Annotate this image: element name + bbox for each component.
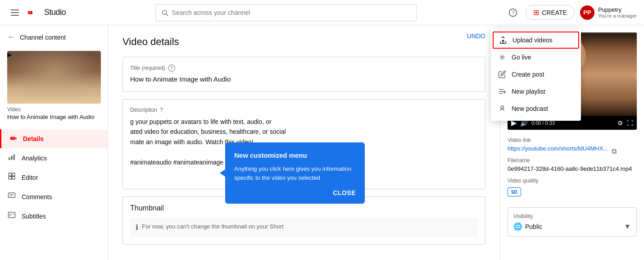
tooltip-close-area: CLOSE [234, 189, 356, 196]
create-plus-icon: ⊞ [533, 8, 539, 17]
thumbnail-info-text: For now, you can't change the thumbnail … [142, 223, 284, 230]
thumbnail-heading: Thumbnail [130, 204, 478, 212]
copy-link-icon[interactable]: ⧉ [612, 147, 617, 155]
dropdown-item-createpost[interactable]: Create post [491, 66, 581, 83]
tooltip-close-button[interactable]: CLOSE [333, 189, 356, 196]
menu-button[interactable] [7, 6, 23, 19]
sidebar-thumbnail: ▶ Video How to Animate Image with Audio [0, 46, 108, 126]
svg-point-7 [501, 56, 503, 59]
newplaylist-icon [498, 87, 506, 96]
visibility-text: Public [525, 223, 542, 230]
dropdown-item-golive[interactable]: Go live [491, 49, 581, 66]
create-dropdown-menu: Upload videos Go live Create post New pl… [491, 28, 581, 121]
desc-line-2: ated video for education, business, heal… [130, 128, 286, 135]
visibility-value-row: 🌐 Public ▼ [513, 222, 631, 231]
visibility-section: Visibility 🌐 Public ▼ [508, 207, 637, 237]
channel-content-link[interactable]: ← Channel content [0, 29, 108, 46]
video-meta: Video link https://youtube.com/shorts/fd… [508, 137, 637, 202]
undo-bar: UNDO [467, 32, 485, 40]
channel-content-label: Channel content [20, 34, 66, 41]
avatar[interactable]: PP [580, 5, 594, 20]
createpost-icon [498, 70, 506, 78]
sidebar-item-subtitles[interactable]: Subtitles [0, 206, 108, 226]
svg-rect-22 [9, 193, 15, 198]
video-link-value[interactable]: https://youtube.com/shorts/fdU4MHX... [508, 145, 608, 152]
svg-rect-19 [12, 173, 15, 176]
description-help-icon[interactable]: ? [160, 107, 163, 113]
filename-value: 0e994217-328d-4160-aa8c-9ede11b371c4.mp4 [508, 165, 637, 172]
quality-label: Video quality [508, 178, 637, 184]
analytics-label: Analytics [22, 155, 47, 162]
main-content: Video details UNDO Title (required) ? Ho… [108, 25, 500, 260]
dropdown-newpodcast-label: New podcast [512, 105, 548, 112]
tooltip-body: Anything you click here gives you inform… [234, 164, 356, 182]
dropdown-item-newpodcast[interactable]: New podcast [491, 100, 581, 117]
help-icon: ? [508, 8, 517, 17]
svg-rect-20 [9, 177, 11, 179]
svg-point-2 [162, 10, 166, 14]
desc-line-1: g your puppets or avatars to life with t… [130, 118, 272, 125]
quality-badge: 5D [508, 187, 521, 196]
comments-icon [7, 192, 16, 202]
tooltip-arrow [220, 169, 225, 177]
title-help-icon[interactable]: ? [168, 64, 175, 72]
help-button[interactable]: ? [506, 5, 520, 20]
subtitles-icon [7, 211, 16, 221]
sidebar-item-analytics[interactable]: Analytics [0, 148, 108, 168]
editor-label: Editor [22, 174, 38, 181]
description-label-text: Description [130, 107, 157, 113]
dropdown-item-upload[interactable]: Upload videos [493, 32, 579, 49]
dropdown-newplaylist-label: New playlist [512, 88, 545, 95]
filename-label: Filename [508, 157, 637, 164]
video-label: Video [7, 106, 100, 113]
sidebar-item-comments[interactable]: Comments [0, 187, 108, 206]
sidebar-item-editor[interactable]: Editor [0, 168, 108, 187]
title-input[interactable]: How to Animate Image with Audio [130, 75, 478, 83]
topbar: Studio ? ⊞ CREATE PP Puppetry [0, 0, 644, 25]
fullscreen-button[interactable]: ⛶ [627, 119, 633, 127]
thumbnail-section: Thumbnail ℹ For now, you can't change th… [122, 196, 485, 245]
time-display: 0:00 / 0:33 [531, 120, 614, 126]
user-info: Puppetry You're a manager [598, 6, 637, 18]
svg-line-3 [166, 14, 168, 16]
svg-rect-21 [12, 177, 15, 179]
upload-icon [499, 36, 507, 44]
search-input[interactable] [172, 9, 411, 16]
user-profile[interactable]: PP Puppetry You're a manager [580, 5, 637, 20]
svg-point-14 [501, 106, 503, 109]
search-box [155, 4, 417, 21]
user-role: You're a manager [598, 13, 637, 18]
svg-rect-15 [9, 158, 10, 160]
visibility-public: 🌐 Public [513, 222, 542, 231]
svg-text:?: ? [512, 9, 515, 15]
create-button[interactable]: ⊞ CREATE [526, 5, 575, 20]
logo-text: Studio [44, 8, 66, 17]
sidebar-thumb-bg: ▶ [7, 51, 101, 104]
undo-button[interactable]: UNDO [467, 32, 485, 40]
page-title: Video details [122, 36, 485, 48]
video-link-label: Video link [508, 137, 637, 143]
svg-rect-18 [9, 173, 11, 176]
analytics-icon [7, 153, 16, 163]
back-arrow-icon: ← [7, 32, 15, 42]
globe-icon: 🌐 [513, 222, 522, 231]
golive-icon [498, 53, 506, 61]
logo[interactable]: Studio [28, 8, 66, 18]
comments-label: Comments [22, 193, 52, 201]
visibility-dropdown-arrow[interactable]: ▼ [624, 223, 631, 231]
sidebar-item-details[interactable]: ✏ Details [0, 129, 108, 148]
title-label-text: Title (required) [130, 65, 165, 71]
details-label: Details [23, 135, 44, 142]
dropdown-golive-label: Go live [512, 54, 531, 61]
svg-rect-17 [14, 155, 15, 160]
svg-rect-25 [9, 212, 15, 218]
editor-icon [7, 172, 16, 182]
user-name: Puppetry [598, 6, 637, 13]
nav-items: ✏ Details Analytics [0, 129, 108, 226]
thumbnail-info: ℹ For now, you can't change the thumbnai… [130, 218, 478, 237]
settings-button[interactable]: ⚙ [617, 119, 623, 127]
dropdown-item-newplaylist[interactable]: New playlist [491, 83, 581, 100]
dropdown-upload-label: Upload videos [512, 36, 553, 44]
dropdown-createpost-label: Create post [512, 71, 544, 78]
details-icon: ✏ [9, 134, 18, 144]
